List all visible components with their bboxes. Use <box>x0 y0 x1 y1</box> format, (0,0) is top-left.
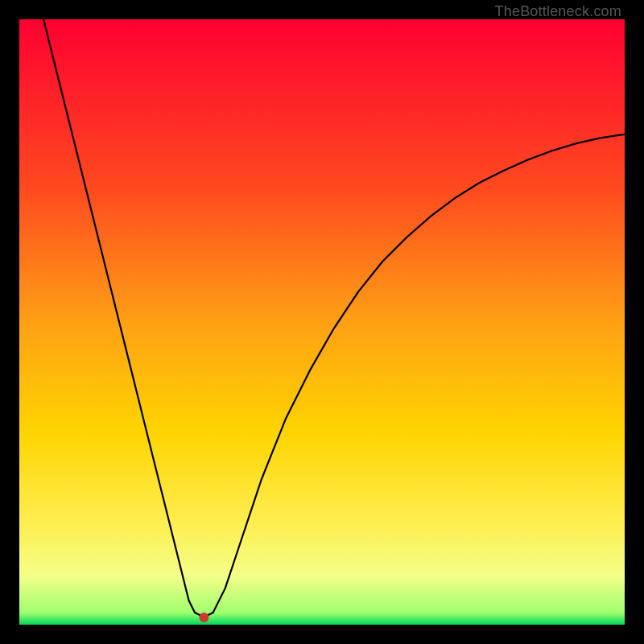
optimal-point-marker <box>199 613 208 622</box>
chart-frame <box>19 19 625 625</box>
chart-svg <box>19 19 625 625</box>
gradient-background <box>19 19 625 625</box>
watermark-text: TheBottleneck.com <box>495 3 621 20</box>
